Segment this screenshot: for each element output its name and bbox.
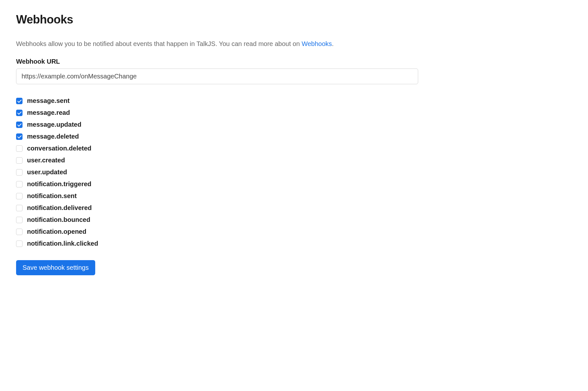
event-row: conversation.deleted <box>16 145 572 152</box>
event-checkbox[interactable] <box>16 205 23 211</box>
event-label[interactable]: notification.bounced <box>27 216 90 223</box>
event-label[interactable]: message.deleted <box>27 133 79 140</box>
event-checkbox[interactable] <box>16 229 23 235</box>
event-checkbox[interactable] <box>16 110 23 116</box>
event-label[interactable]: notification.opened <box>27 228 86 235</box>
webhook-url-label: Webhook URL <box>16 58 572 65</box>
event-row: message.deleted <box>16 133 572 140</box>
event-checkbox[interactable] <box>16 169 23 176</box>
event-checkbox[interactable] <box>16 193 23 199</box>
event-label[interactable]: user.updated <box>27 168 67 176</box>
description-text-before: Webhooks allow you to be notified about … <box>16 40 302 47</box>
event-checkbox[interactable] <box>16 217 23 223</box>
event-row: notification.sent <box>16 192 572 200</box>
event-row: user.updated <box>16 168 572 176</box>
event-row: notification.delivered <box>16 204 572 212</box>
webhook-events-list: message.sentmessage.readmessage.updatedm… <box>16 97 572 247</box>
event-label[interactable]: notification.triggered <box>27 180 91 188</box>
page-title: Webhooks <box>16 13 572 26</box>
event-label[interactable]: message.sent <box>27 97 69 105</box>
webhook-url-input[interactable] <box>16 68 418 84</box>
event-checkbox[interactable] <box>16 122 23 128</box>
event-row: notification.link.clicked <box>16 240 572 247</box>
event-label[interactable]: message.read <box>27 109 70 116</box>
event-row: user.created <box>16 157 572 164</box>
event-checkbox[interactable] <box>16 133 23 140</box>
event-label[interactable]: user.created <box>27 157 65 164</box>
webhooks-description: Webhooks allow you to be notified about … <box>16 39 572 48</box>
event-row: notification.triggered <box>16 180 572 188</box>
event-row: notification.opened <box>16 228 572 235</box>
event-checkbox[interactable] <box>16 157 23 164</box>
description-text-after: . <box>332 40 334 47</box>
save-webhook-settings-button[interactable]: Save webhook settings <box>16 260 95 275</box>
event-checkbox[interactable] <box>16 145 23 152</box>
event-row: notification.bounced <box>16 216 572 223</box>
event-checkbox[interactable] <box>16 98 23 104</box>
event-row: message.sent <box>16 97 572 105</box>
event-label[interactable]: message.updated <box>27 121 81 128</box>
event-label[interactable]: notification.delivered <box>27 204 92 212</box>
webhooks-doc-link[interactable]: Webhooks <box>302 40 332 47</box>
event-row: message.read <box>16 109 572 116</box>
event-label[interactable]: conversation.deleted <box>27 145 91 152</box>
event-checkbox[interactable] <box>16 181 23 187</box>
event-label[interactable]: notification.link.clicked <box>27 240 98 247</box>
event-label[interactable]: notification.sent <box>27 192 77 200</box>
event-checkbox[interactable] <box>16 241 23 247</box>
event-row: message.updated <box>16 121 572 128</box>
